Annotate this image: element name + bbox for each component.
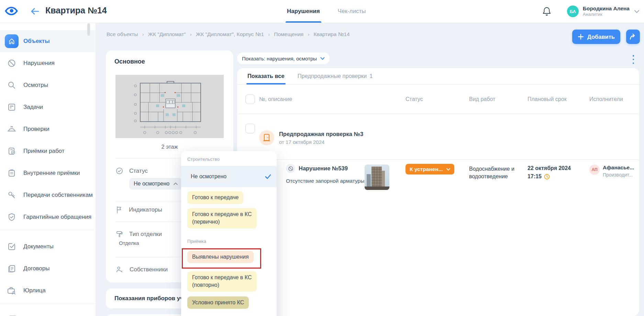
tab-show-all-label: Показать все xyxy=(247,73,285,79)
breadcrumb-item[interactable]: ЖК "Дипломат" xyxy=(148,31,186,37)
notifications-bell-icon[interactable] xyxy=(542,7,551,16)
sidebar-item-checks[interactable]: Проверки xyxy=(0,118,96,140)
sidebar-scrollbar[interactable] xyxy=(87,23,90,36)
sidebar-item-label: Договоры xyxy=(23,265,49,272)
sidebar-item-label: Проверки xyxy=(23,126,49,133)
user-role: Аналитик xyxy=(583,12,630,17)
dropdown-section-label: Строительство xyxy=(187,157,270,162)
column-header-deadline: Плановый срок xyxy=(528,96,589,102)
dropdown-option-violations-found[interactable]: Выявлены нарушения xyxy=(187,251,270,263)
user-name: Бородкина Алена xyxy=(583,5,630,12)
chevron-down-icon xyxy=(446,168,450,171)
show-filter-select[interactable]: Показать: нарушения, осмотры xyxy=(237,53,330,64)
add-button-label: Добавить xyxy=(587,34,615,40)
status-value: Не осмотрено xyxy=(134,181,169,187)
user-menu[interactable]: Бородкина Алена Аналитик xyxy=(583,5,630,18)
app-logo-eye-icon[interactable] xyxy=(5,6,18,16)
inspection-date: от 17 октября 2024 xyxy=(279,139,363,145)
dropdown-option-ready-transfer[interactable]: Готово к передаче xyxy=(187,191,270,204)
floor-plan-image[interactable] xyxy=(115,75,224,138)
contract-icon xyxy=(5,262,19,275)
table-row[interactable]: Предпродажная проверка №3 от 17 октября … xyxy=(237,114,639,160)
violation-deadline-time: 17:15 xyxy=(528,173,542,180)
user-avatar[interactable]: БА xyxy=(567,5,579,17)
dropdown-option-not-inspected[interactable]: Не осмотрено xyxy=(181,166,277,187)
breadcrumb-separator: › xyxy=(190,31,192,37)
magnifier-icon xyxy=(5,78,19,92)
tab-show-all[interactable]: Показать все xyxy=(247,68,285,84)
select-all-checkbox[interactable] xyxy=(245,94,255,104)
helmet-icon xyxy=(5,122,19,136)
key-icon xyxy=(5,188,19,202)
more-options-kebab[interactable] xyxy=(630,55,636,64)
status-select[interactable]: Не осмотрено xyxy=(129,178,182,190)
violation-work-type: Водоснабжение и водоотведение xyxy=(469,160,528,215)
breadcrumb-separator: › xyxy=(268,31,270,37)
sidebar-divider xyxy=(0,303,96,304)
prohibition-icon xyxy=(5,56,19,70)
back-arrow-icon[interactable] xyxy=(30,7,39,15)
breadcrumb-item[interactable]: Помещения xyxy=(274,31,303,37)
sidebar-item-label: Юрлица xyxy=(23,287,46,294)
shield-check-icon xyxy=(5,210,19,224)
dropdown-option-label: Не осмотрено xyxy=(186,170,231,183)
assignee-name: Афанасье... xyxy=(603,165,634,171)
add-button[interactable]: Добавить xyxy=(572,30,620,44)
sidebar-item-contracts[interactable]: Договоры xyxy=(0,258,96,280)
sidebar-item-label: Объекты xyxy=(23,38,50,45)
main-area: Все объекты › ЖК "Дипломат" › ЖК "Диплом… xyxy=(96,23,644,316)
paint-roller-icon xyxy=(116,230,123,238)
owners-label: Собственники xyxy=(130,266,168,273)
tab-presale-checks[interactable]: Предпродажные проверки 1 xyxy=(298,68,373,84)
breadcrumb-separator: › xyxy=(308,31,309,37)
dropdown-option-ready-ks-primary[interactable]: Готово к передаче в КС (первично) xyxy=(187,208,270,228)
breadcrumb-item-current: Квартира №14 xyxy=(313,31,349,37)
clipboard-check-icon xyxy=(5,144,19,158)
sidebar-item-work-acceptance[interactable]: Приёмки работ xyxy=(0,140,96,162)
breadcrumb: Все объекты › ЖК "Дипломат" › ЖК "Диплом… xyxy=(107,30,350,39)
assignee-avatar: АП xyxy=(589,165,600,175)
violation-status-label: К устранен... xyxy=(410,166,443,172)
column-header-assignees: Исполнители xyxy=(589,96,643,102)
sidebar-item-inspections[interactable]: Осмотры xyxy=(0,74,96,96)
inspection-title[interactable]: Предпродажная проверка №3 xyxy=(279,131,363,137)
dropdown-option-label: Готово к передаче xyxy=(187,191,243,204)
finish-type-label: Тип отделки xyxy=(129,231,162,238)
page-title: Квартира №14 xyxy=(45,5,107,15)
table-header-row: №, описание Статус Вид работ Плановый ср… xyxy=(237,84,639,114)
doc-check-icon xyxy=(5,240,19,253)
row-checkbox[interactable] xyxy=(245,124,255,133)
tab-checklists[interactable]: Чек-листы xyxy=(338,0,366,23)
table-row[interactable]: Нарушение №539 Отсутствие запорной армат… xyxy=(237,160,639,215)
sidebar-item-documents[interactable]: Документы xyxy=(0,236,96,258)
sidebar-item-owner-transfers[interactable]: Передачи собственникам xyxy=(0,184,96,206)
sidebar-item-objects[interactable]: Объекты xyxy=(0,30,96,52)
clock-icon xyxy=(544,174,550,180)
briefcase-person-icon xyxy=(5,284,19,297)
building-icon xyxy=(5,34,19,48)
violation-title[interactable]: Нарушение №539 xyxy=(299,165,348,172)
sidebar-item-legal-entities[interactable]: Юрлица xyxy=(0,280,96,302)
violation-photo-thumbnail[interactable] xyxy=(365,165,389,190)
dropdown-option-ready-ks-repeat[interactable]: Готово к передаче в КС (повторно) xyxy=(187,271,270,292)
sidebar-item-label: Осмотры xyxy=(23,82,48,89)
breadcrumb-item[interactable]: Все объекты xyxy=(107,31,138,37)
plus-icon xyxy=(578,34,584,40)
indicators-label: Индикаторы xyxy=(129,206,162,213)
sidebar-item-label: Задачи xyxy=(23,104,43,111)
breadcrumb-item[interactable]: ЖК "Дипломат", Корпус №1 xyxy=(196,31,264,37)
top-header: Квартира №14 Нарушения Чек-листы БА Боро… xyxy=(0,0,644,23)
dropdown-option-conditionally-accepted[interactable]: Условно принято КС xyxy=(187,296,270,309)
sidebar-item-tasks[interactable]: Задачи xyxy=(0,96,96,118)
sidebar-item-warranty[interactable]: Гарантийные обращения xyxy=(0,206,96,228)
violation-status-button[interactable]: К устранен... xyxy=(406,164,454,174)
sidebar-item-label: Гарантийные обращения xyxy=(23,214,91,221)
tab-violations[interactable]: Нарушения xyxy=(287,0,320,23)
sidebar-item-partial xyxy=(0,309,96,316)
check-icon xyxy=(265,174,271,179)
user-chevron-down-icon[interactable] xyxy=(634,10,639,13)
share-button[interactable] xyxy=(626,30,640,44)
sidebar-item-internal-acceptance[interactable]: Внутренние приёмки xyxy=(0,162,96,184)
door-icon xyxy=(259,130,274,145)
sidebar-item-violations[interactable]: Нарушения xyxy=(0,52,96,74)
